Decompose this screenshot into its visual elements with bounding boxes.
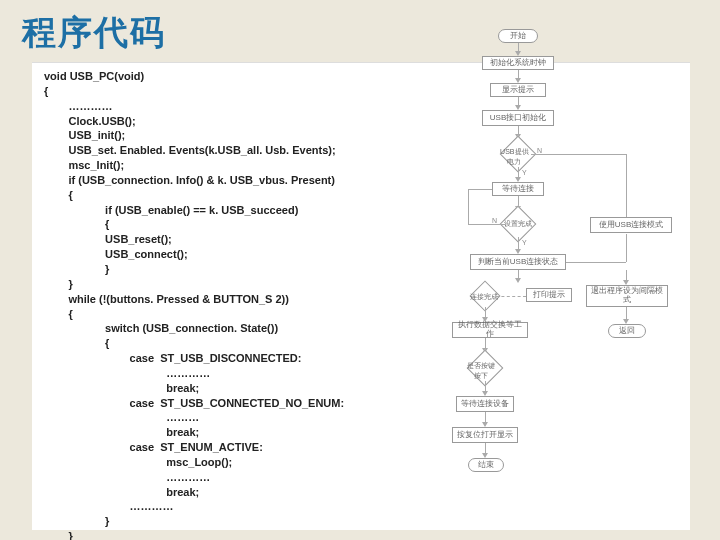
flowchart: 开始 初始化系统时钟 显示提示 USB接口初始化 USB提供电力 N Y 等待连… xyxy=(452,29,714,525)
flow-use-usb-mode: 使用USB连接模式 xyxy=(590,217,672,233)
content-panel: void USB_PC(void) { ………… Clock.USB(); US… xyxy=(32,62,690,530)
flow-print: 打印提示 xyxy=(526,288,572,302)
flow-end: 结束 xyxy=(468,458,504,472)
flow-return: 返回 xyxy=(608,324,646,338)
flow-lbl-y1: Y xyxy=(522,169,527,176)
flow-lbl-y2: Y xyxy=(522,239,527,246)
flow-init-clock: 初始化系统时钟 xyxy=(482,56,554,70)
flow-exit-interval: 退出程序设为间隔模式 xyxy=(586,285,668,307)
flow-start: 开始 xyxy=(498,29,538,43)
flow-judge-state: 判断当前USB连接状态 xyxy=(470,254,566,270)
flow-lbl-n2: N xyxy=(492,217,497,224)
flow-lbl-n1: N xyxy=(537,147,542,154)
flow-data-exchange: 执行数据交换等工作 xyxy=(452,322,528,338)
flow-usb-init: USB接口初始化 xyxy=(482,110,554,126)
flow-show-hint: 显示提示 xyxy=(490,83,546,97)
flow-wait-device: 等待连接设备 xyxy=(456,396,514,412)
flow-wait-conn: 等待连接 xyxy=(492,182,544,196)
code-block: void USB_PC(void) { ………… Clock.USB(); US… xyxy=(44,69,444,540)
flow-reset-display: 按复位打开显示 xyxy=(452,427,518,443)
